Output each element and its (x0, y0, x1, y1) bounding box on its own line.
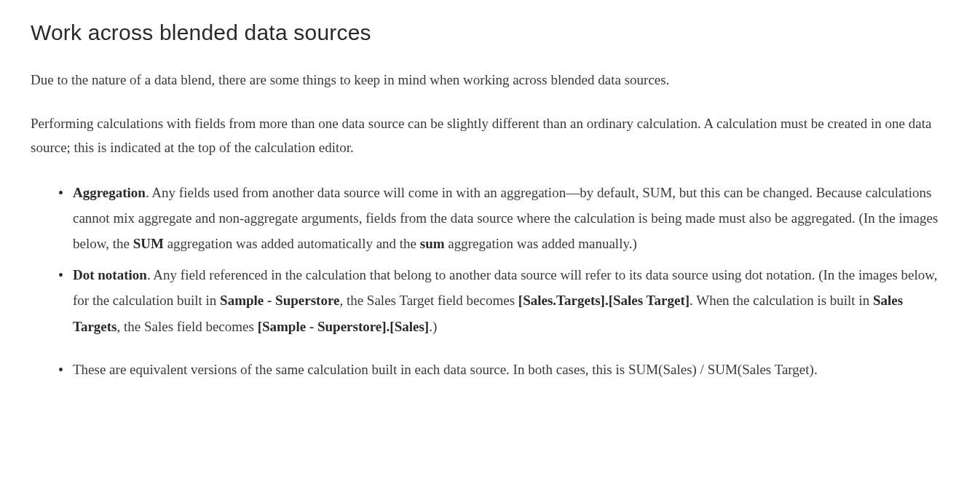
bullet-text: aggregation was added automatically and … (164, 236, 420, 251)
bullet-bold: [Sample - Superstore].[Sales] (258, 319, 430, 334)
bullet-text: . When the calculation is built in (689, 293, 873, 308)
bullet-text: , the Sales field becomes (117, 319, 258, 334)
bullet-bold: SUM (133, 236, 164, 251)
bullet-bold: [Sales.Targets].[Sales Target] (518, 293, 689, 308)
bullet-bold: Sample - Superstore (220, 293, 339, 308)
bullet-text: aggregation was added manually.) (445, 236, 637, 251)
bullet-dot-notation: Dot notation. Any field referenced in th… (73, 262, 949, 338)
bullet-list: Aggregation. Any fields used from anothe… (31, 180, 949, 382)
bullet-bold: sum (420, 236, 445, 251)
intro-paragraph-2: Performing calculations with fields from… (31, 112, 949, 159)
bullet-text: , the Sales Target field becomes (339, 293, 518, 308)
section-heading: Work across blended data sources (31, 20, 949, 45)
bullet-equivalent-versions: These are equivalent versions of the sam… (73, 357, 949, 382)
bullet-aggregation: Aggregation. Any fields used from anothe… (73, 180, 949, 256)
bullet-text: .) (429, 319, 437, 334)
intro-paragraph-1: Due to the nature of a data blend, there… (31, 68, 949, 92)
bullet-term: Aggregation (73, 185, 146, 200)
bullet-term: Dot notation (73, 267, 147, 282)
